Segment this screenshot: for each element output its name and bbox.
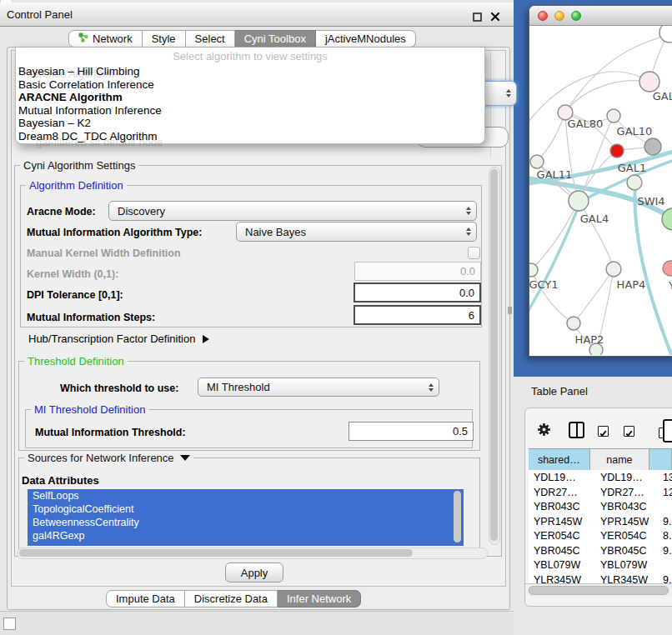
screen: Control Panel NetworkStyleSelectCyni Too… bbox=[0, 0, 672, 635]
algorithm-dropdown-popup: Inference Algorithm gal-filtered sif def… bbox=[15, 48, 485, 144]
column-header-shared[interactable]: shared… bbox=[529, 449, 590, 471]
table-row[interactable]: YBR045CYBR045C9. bbox=[529, 543, 672, 558]
algorithm-option-mutual-information-inference[interactable]: Mutual Information Inference bbox=[18, 104, 482, 118]
column-header-name[interactable]: name bbox=[590, 449, 650, 471]
table-row[interactable]: YPR145WYPR145W9. bbox=[529, 514, 672, 529]
spinner-icon bbox=[466, 228, 471, 236]
network-node[interactable] bbox=[644, 138, 661, 155]
table-row[interactable]: YBR043CYBR043C bbox=[529, 499, 672, 514]
network-node[interactable] bbox=[569, 191, 589, 211]
cyni-bottom-tabs: Impute DataDiscretize DataInfer Network bbox=[106, 590, 361, 608]
table-row[interactable]: YDL19…YDL19…13 bbox=[529, 470, 672, 485]
document-icon-partial[interactable] bbox=[663, 419, 672, 442]
tab-infer-network[interactable]: Infer Network bbox=[278, 590, 361, 608]
mi-threshold-input[interactable]: 0.5 bbox=[349, 422, 474, 441]
algorithm-option-basic-correlation-inference[interactable]: Basic Correlation Inference bbox=[18, 78, 482, 92]
data-attributes-label: Data Attributes bbox=[22, 474, 99, 487]
algorithm-option-aracne-algorithm[interactable]: ARACNE Algorithm bbox=[18, 91, 482, 104]
network-node[interactable] bbox=[606, 262, 621, 277]
close-icon[interactable] bbox=[490, 10, 499, 19]
tab-impute-data[interactable]: Impute Data bbox=[106, 590, 185, 608]
algorithm-option-bayesian-k2[interactable]: Bayesian – K2 bbox=[18, 117, 482, 130]
tab-style[interactable]: Style bbox=[143, 30, 186, 48]
aracne-mode-select[interactable]: Discovery bbox=[108, 201, 477, 221]
node-label-swi4: SWI4 bbox=[637, 195, 664, 208]
network-node[interactable] bbox=[639, 72, 659, 92]
collapse-down-icon bbox=[180, 455, 190, 461]
network-node[interactable] bbox=[659, 26, 672, 42]
panel-divider-grip[interactable] bbox=[508, 307, 512, 314]
algorithm-option-bayesian-hill-climbing[interactable]: Bayesian – Hill Climbing bbox=[18, 65, 482, 78]
spinner-icon bbox=[506, 89, 511, 98]
table-horizontal-scrollbar[interactable] bbox=[525, 583, 672, 596]
mi-type-select[interactable]: Naive Bayes bbox=[236, 222, 477, 242]
hub-definition-expander[interactable]: Hub/Transcription Factor Definition bbox=[28, 332, 209, 345]
gear-icon[interactable] bbox=[537, 422, 551, 440]
attribute-item-selfloops[interactable]: SelfLoops bbox=[28, 489, 464, 502]
settings-horizontal-scrollbar[interactable] bbox=[17, 548, 488, 559]
kernel-width-label: Kernel Width (0,1): bbox=[27, 268, 118, 280]
table-row[interactable]: YDR27…YDR27…12 bbox=[529, 485, 672, 500]
tab-network[interactable]: Network bbox=[68, 30, 143, 48]
table-body[interactable]: YDL19…YDL19…13YDR27…YDR27…12YBR043CYBR04… bbox=[529, 470, 672, 583]
node-label-gal11: GAL11 bbox=[537, 168, 573, 181]
zoom-traffic-icon[interactable] bbox=[571, 11, 581, 21]
network-canvas[interactable]: GAL2GAL80GAL10GAL11GAL1SWI4GAL4GCY1HAP4Y… bbox=[529, 26, 672, 355]
split-columns-icon[interactable] bbox=[569, 422, 584, 438]
checked-checkbox-icon[interactable] bbox=[624, 426, 634, 437]
network-node[interactable] bbox=[663, 261, 672, 276]
table-row[interactable]: YBL079WYBL079W bbox=[529, 558, 672, 572]
table-row[interactable]: YLR345WYLR345W9. bbox=[529, 572, 672, 584]
which-threshold-select[interactable]: MI Threshold bbox=[198, 378, 439, 397]
tab-cyni-toolbox[interactable]: Cyni Toolbox bbox=[235, 30, 316, 48]
algorithm-definition-title: Algorithm Definition bbox=[26, 179, 127, 192]
spinner-icon bbox=[429, 383, 434, 392]
checked-checkbox-icon[interactable] bbox=[598, 426, 609, 437]
node-label-gal80: GAL80 bbox=[568, 118, 604, 130]
which-threshold-label: Which threshold to use: bbox=[60, 382, 178, 394]
network-node[interactable] bbox=[529, 263, 538, 277]
network-node[interactable] bbox=[530, 155, 544, 168]
settings-group-title: Cyni Algorithm Settings bbox=[20, 159, 138, 172]
apply-button[interactable]: Apply bbox=[225, 562, 283, 582]
kernel-width-input[interactable]: 0.0 bbox=[354, 262, 481, 281]
table-panel-title: Table Panel bbox=[531, 385, 588, 398]
node-label-hap2: HAP2 bbox=[575, 333, 604, 346]
network-node[interactable] bbox=[607, 109, 620, 122]
network-icon bbox=[78, 32, 88, 45]
attribute-item-gal4rgexp[interactable]: gal4RGexp bbox=[28, 529, 464, 542]
network-node[interactable] bbox=[610, 144, 624, 158]
minimize-traffic-icon[interactable] bbox=[554, 11, 564, 21]
network-node[interactable] bbox=[627, 175, 642, 190]
mi-type-label: Mutual Information Algorithm Type: bbox=[27, 227, 202, 238]
sources-group-title[interactable]: Sources for Network Inference bbox=[24, 452, 193, 464]
column-header-extra[interactable] bbox=[649, 449, 672, 471]
float-window-icon[interactable] bbox=[473, 10, 482, 19]
table-row[interactable]: YER054CYER054C8. bbox=[529, 528, 672, 543]
network-window-titlebar[interactable] bbox=[529, 6, 672, 26]
tab-select[interactable]: Select bbox=[186, 30, 235, 48]
manual-kernel-checkbox[interactable] bbox=[468, 247, 480, 259]
node-label-gal1: GAL1 bbox=[618, 162, 646, 174]
algorithm-option-dream8-dc-tdc-algorithm[interactable]: Dream8 DC_TDC Algorithm bbox=[18, 130, 482, 143]
mi-steps-input[interactable]: 6 bbox=[354, 305, 481, 325]
data-attributes-list[interactable]: SelfLoopsTopologicalCoefficientBetweenne… bbox=[28, 489, 464, 546]
attribute-item-betweennesscentrality[interactable]: BetweennessCentrality bbox=[28, 516, 464, 529]
close-traffic-icon[interactable] bbox=[538, 11, 548, 21]
threshold-definition-title: Threshold Definition bbox=[24, 355, 128, 368]
spinner-icon bbox=[466, 207, 471, 215]
tab-discretize-data[interactable]: Discretize Data bbox=[185, 590, 278, 608]
tab-jactivemnodules[interactable]: jActiveMNodules bbox=[316, 30, 416, 48]
network-node[interactable] bbox=[567, 317, 580, 330]
mi-steps-label: Mutual Information Steps: bbox=[27, 312, 155, 323]
attribute-item-topologicalcoefficient[interactable]: TopologicalCoefficient bbox=[28, 502, 464, 516]
dpi-tolerance-input[interactable]: 0.0 bbox=[354, 282, 481, 302]
mi-threshold-label: Mutual Information Threshold: bbox=[35, 427, 186, 438]
popup-placeholder: Select algorithm to view settings bbox=[16, 50, 484, 62]
settings-vertical-scrollbar[interactable] bbox=[489, 167, 500, 545]
control-panel-titlebar bbox=[0, 2, 514, 27]
network-view-window: GAL2GAL80GAL10GAL11GAL1SWI4GAL4GCY1HAP4Y… bbox=[529, 5, 672, 357]
mi-threshold-group-title: MI Threshold Definition bbox=[31, 403, 148, 416]
list-scrollbar[interactable] bbox=[454, 491, 461, 542]
dock-panel-icon[interactable] bbox=[3, 618, 16, 630]
